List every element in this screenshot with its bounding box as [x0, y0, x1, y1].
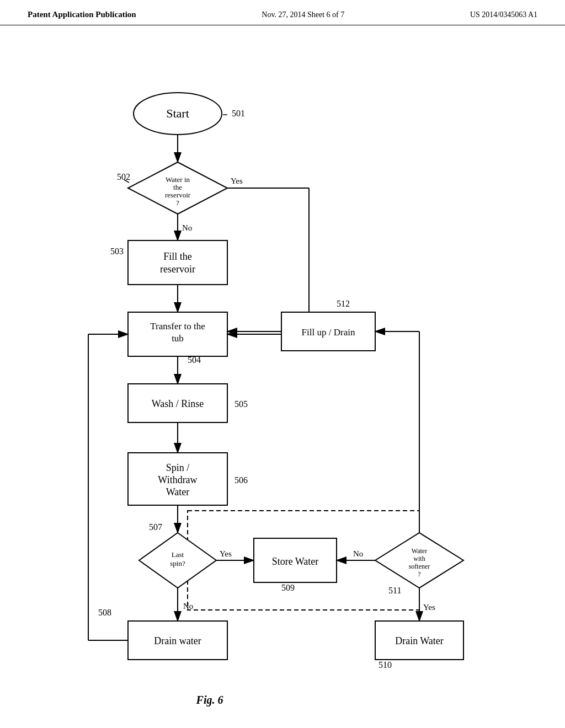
label-502: 502: [117, 172, 130, 181]
box-512-text: Fill up / Drain: [302, 327, 355, 338]
yes1-label: Yes: [231, 176, 243, 185]
diamond-502-line1: Water in: [166, 175, 190, 184]
box-503: [128, 240, 227, 285]
box-504-line1: Transfer to the: [150, 321, 205, 331]
box-510-text: Drain Water: [395, 635, 444, 646]
yes3-label: Yes: [423, 603, 435, 612]
no2-label: No: [183, 602, 193, 611]
box-506-line1: Spin /: [166, 462, 190, 473]
flowchart-svg: Start 501 Water in the reservoir ? 502 Y…: [0, 25, 565, 720]
figure-label: Fig. 6: [196, 694, 223, 706]
label-507: 507: [149, 522, 162, 532]
no3-label: No: [353, 549, 363, 558]
label-510: 510: [379, 660, 392, 670]
diamond-511-line1: Water: [412, 547, 427, 555]
box-506-line3: Water: [166, 486, 190, 497]
label-503: 503: [110, 247, 124, 256]
diagram-container: Start 501 Water in the reservoir ? 502 Y…: [0, 25, 565, 720]
diamond-507-line1: Last: [172, 550, 184, 559]
diamond-511-line2: with: [413, 555, 425, 563]
label-501: 501: [232, 109, 245, 118]
box-503-line1: Fill the: [163, 251, 192, 262]
start-label: Start: [166, 106, 189, 120]
diamond-502-line4: ?: [176, 199, 179, 207]
diamond-502-line2: the: [173, 183, 182, 191]
label-504: 504: [188, 355, 201, 365]
label-505: 505: [234, 399, 248, 409]
box-505-text: Wash / Rinse: [152, 398, 204, 409]
box-506-line2: Withdraw: [158, 474, 197, 485]
page-header: Patent Application Publication Nov. 27, …: [0, 0, 565, 25]
diamond-502-line3: reservoir: [165, 191, 191, 199]
diamond-511-line3: softener: [409, 563, 430, 570]
header-center: Nov. 27, 2014 Sheet 6 of 7: [262, 10, 344, 19]
header-right: US 2014/0345063 A1: [470, 10, 537, 19]
label-512: 512: [337, 299, 350, 308]
box-508-text: Drain water: [154, 635, 201, 646]
box-503-line2: reservoir: [160, 264, 195, 275]
label-506: 506: [234, 475, 248, 485]
box-509-text: Store Water: [272, 556, 319, 567]
label-509: 509: [281, 583, 295, 592]
diamond-507-line2: spin?: [170, 559, 185, 568]
no1-label: No: [182, 223, 192, 232]
diamond-511-line4: ?: [418, 570, 420, 578]
yes2-label: Yes: [220, 549, 232, 558]
label-511: 511: [388, 586, 401, 595]
box-504-line2: tub: [172, 333, 184, 344]
label-508: 508: [98, 608, 111, 617]
header-left: Patent Application Publication: [28, 10, 136, 19]
